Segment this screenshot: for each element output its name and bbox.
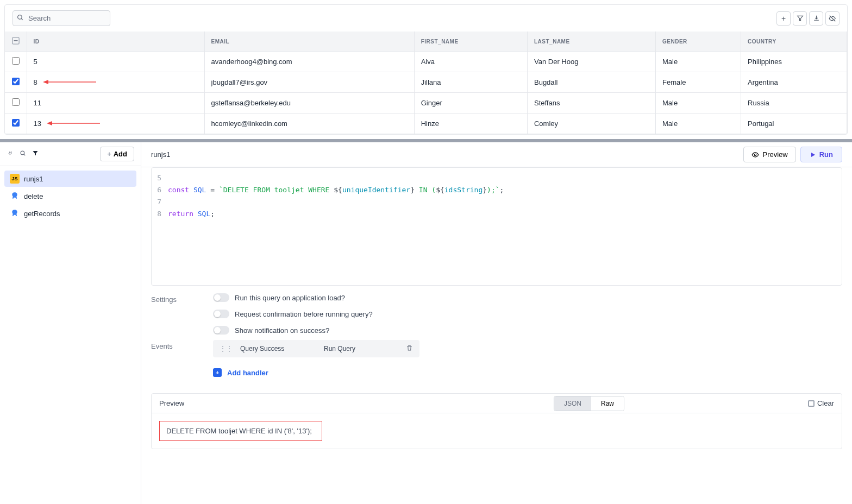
row-checkbox[interactable] bbox=[12, 119, 20, 127]
cell-first: Ginger bbox=[414, 93, 527, 114]
cell-id: 11 bbox=[27, 93, 204, 114]
svg-marker-8 bbox=[47, 121, 52, 125]
cell-gender: Female bbox=[656, 72, 741, 93]
active-query-name: runjs1 bbox=[151, 150, 170, 159]
cell-country: Portugal bbox=[741, 114, 847, 134]
toggle-switch[interactable] bbox=[213, 326, 229, 335]
preview-title: Preview bbox=[159, 399, 184, 407]
cell-email: hcomleyc@linkedin.com bbox=[204, 114, 414, 134]
event-trigger: Query Success bbox=[240, 345, 316, 352]
preview-button[interactable]: Preview bbox=[743, 147, 795, 162]
toggle-label: Run this query on application load? bbox=[235, 294, 345, 302]
row-checkbox[interactable] bbox=[12, 78, 20, 85]
settings-label: Settings bbox=[151, 293, 205, 304]
cell-last: Comley bbox=[527, 114, 655, 134]
query-item[interactable]: getRecords bbox=[4, 205, 136, 222]
annotation-arrow bbox=[42, 78, 96, 86]
cell-email: jbugdall7@irs.gov bbox=[204, 72, 414, 93]
row-checkbox[interactable] bbox=[12, 98, 20, 106]
clear-button[interactable]: Clear bbox=[808, 399, 834, 407]
query-item-label: getRecords bbox=[24, 210, 60, 218]
svg-line-1 bbox=[21, 18, 23, 20]
column-header[interactable]: COUNTRY bbox=[741, 32, 847, 52]
cell-first: Jillana bbox=[414, 72, 527, 93]
postgres-icon bbox=[10, 191, 20, 201]
filter-button[interactable] bbox=[793, 11, 807, 26]
cell-country: Philippines bbox=[741, 52, 847, 72]
search-queries-icon[interactable] bbox=[20, 150, 27, 159]
cell-last: Van Der Hoog bbox=[527, 52, 655, 72]
query-item[interactable]: delete bbox=[4, 188, 136, 204]
svg-marker-2 bbox=[797, 16, 803, 21]
cell-country: Argentina bbox=[741, 72, 847, 93]
data-table-section: + IDEMAILFIRST_NAMELAST_NAMEGENDERCOUNTR… bbox=[4, 4, 848, 135]
cell-id: 13 bbox=[27, 114, 204, 134]
plus-icon: + bbox=[213, 368, 222, 377]
column-header[interactable]: EMAIL bbox=[204, 32, 414, 52]
table-row[interactable]: 13hcomleyc@linkedin.comHinzeComleyMalePo… bbox=[5, 114, 847, 134]
download-button[interactable] bbox=[809, 11, 823, 26]
query-item-label: delete bbox=[24, 192, 43, 200]
drag-handle-icon[interactable]: ⋮⋮ bbox=[220, 345, 233, 352]
cell-id: 5 bbox=[27, 52, 204, 72]
hide-button[interactable] bbox=[825, 11, 840, 26]
cell-email: avanderhoog4@bing.com bbox=[204, 52, 414, 72]
select-all-header[interactable] bbox=[5, 32, 27, 52]
toggle-label: Show notification on success? bbox=[235, 326, 329, 335]
filter-queries-icon[interactable] bbox=[32, 150, 39, 158]
cell-first: Hinze bbox=[414, 114, 527, 134]
postgres-icon bbox=[10, 209, 20, 218]
annotation-arrow bbox=[46, 119, 100, 128]
cell-last: Bugdall bbox=[527, 72, 655, 93]
svg-marker-13 bbox=[811, 153, 815, 157]
data-table: IDEMAILFIRST_NAMELAST_NAMEGENDERCOUNTRY … bbox=[5, 32, 847, 134]
run-button[interactable]: Run bbox=[800, 147, 842, 162]
events-label: Events bbox=[151, 340, 205, 350]
svg-point-0 bbox=[18, 15, 22, 19]
query-editor: runjs1 Preview Run 56const SQL = `DELETE… bbox=[141, 142, 852, 504]
cell-gender: Male bbox=[656, 93, 741, 114]
column-header[interactable]: FIRST_NAME bbox=[414, 32, 527, 52]
cell-id: 8 bbox=[27, 72, 204, 93]
delete-event-icon[interactable] bbox=[406, 344, 413, 353]
toggle-switch[interactable] bbox=[213, 310, 229, 318]
toggle-switch[interactable] bbox=[213, 293, 229, 302]
svg-point-12 bbox=[755, 154, 757, 156]
event-handler-row[interactable]: ⋮⋮ Query Success Run Query bbox=[213, 340, 419, 357]
event-action: Run Query bbox=[324, 345, 355, 352]
query-item[interactable]: JSrunjs1 bbox=[4, 171, 136, 187]
svg-marker-11 bbox=[33, 151, 38, 155]
svg-line-10 bbox=[24, 154, 25, 155]
preview-format-toggle: JSON Raw bbox=[554, 396, 624, 411]
query-item-label: runjs1 bbox=[24, 175, 43, 183]
cell-email: gsteffansa@berkeley.edu bbox=[204, 93, 414, 114]
svg-point-9 bbox=[21, 151, 24, 155]
query-panel: + Add JSrunjs1deletegetRecords bbox=[0, 142, 141, 504]
preview-panel: Preview JSON Raw Clear DELETE FROM toolj… bbox=[151, 393, 842, 449]
stop-icon bbox=[808, 400, 815, 407]
table-row[interactable]: 11gsteffansa@berkeley.eduGingerSteffansM… bbox=[5, 93, 847, 114]
cell-first: Alva bbox=[414, 52, 527, 72]
cell-last: Steffans bbox=[527, 93, 655, 114]
code-editor[interactable]: 56const SQL = `DELETE FROM tooljet WHERE… bbox=[151, 167, 842, 286]
preview-result: DELETE FROM tooljet WHERE id IN ('8', '1… bbox=[159, 421, 322, 441]
pin-icon[interactable] bbox=[7, 149, 14, 159]
js-icon: JS bbox=[10, 174, 20, 184]
table-row[interactable]: 8jbugdall7@irs.govJillanaBugdallFemaleAr… bbox=[5, 72, 847, 93]
row-checkbox[interactable] bbox=[12, 57, 20, 65]
cell-country: Russia bbox=[741, 93, 847, 114]
raw-tab[interactable]: Raw bbox=[591, 396, 624, 411]
table-toolbar: + bbox=[5, 5, 847, 32]
json-tab[interactable]: JSON bbox=[554, 396, 591, 411]
search-input[interactable] bbox=[12, 10, 110, 26]
toggle-label: Request confirmation before running quer… bbox=[235, 310, 373, 318]
search-icon bbox=[17, 14, 24, 23]
svg-marker-6 bbox=[43, 80, 48, 84]
table-row[interactable]: 5avanderhoog4@bing.comAlvaVan Der HoogMa… bbox=[5, 52, 847, 72]
column-header[interactable]: GENDER bbox=[656, 32, 741, 52]
add-handler-button[interactable]: + Add handler bbox=[213, 368, 842, 377]
column-header[interactable]: LAST_NAME bbox=[527, 32, 655, 52]
add-button[interactable]: + bbox=[776, 11, 791, 26]
add-query-button[interactable]: + Add bbox=[100, 147, 134, 161]
column-header[interactable]: ID bbox=[27, 32, 204, 52]
